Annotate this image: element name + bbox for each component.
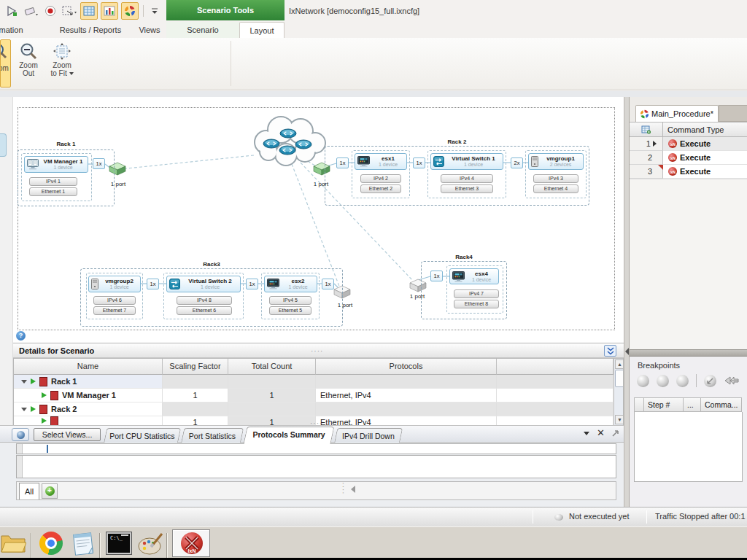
tab-protocols-summary[interactable]: Protocols Summary — [243, 427, 334, 444]
procedure-tab[interactable]: Main_Procedure* — [635, 105, 719, 122]
protocol-button-ipv4-6[interactable]: IPv4 6 — [93, 296, 136, 305]
command-row-3[interactable]: IxN Execute — [663, 165, 747, 179]
protocol-button-ipv4-7[interactable]: IPv4 7 — [454, 289, 499, 298]
close-stats-icon[interactable]: ✕ — [597, 427, 605, 438]
expander-icon[interactable] — [21, 380, 27, 384]
sheet-scroll-left-icon[interactable] — [351, 486, 355, 493]
tab-views[interactable]: Views — [133, 22, 166, 38]
node-virtual-switch2[interactable]: Virtual Switch 21 device — [166, 276, 241, 292]
multiplier-rack3-c[interactable]: 1x — [322, 279, 334, 289]
protocol-button-ethernet-1[interactable]: Ethernet 1 — [29, 187, 77, 196]
record-icon[interactable] — [42, 3, 58, 19]
protocol-button-ethernet-6[interactable]: Ethernet 6 — [177, 306, 232, 315]
node-vmgroup2[interactable]: vmgroup21 device — [88, 276, 141, 292]
taskbar-explorer-button[interactable] — [0, 530, 26, 558]
table-row-rack2[interactable]: Rack 2 — [14, 402, 614, 416]
scenario-canvas[interactable]: Rack 1 VM Manager 11 device IPv4 1 Ether… — [13, 97, 624, 343]
bp-col-command[interactable]: Comma... — [701, 397, 742, 412]
protocol-button-ipv4-1[interactable]: IPv4 1 — [29, 177, 77, 186]
protocol-button-ipv4-2[interactable]: IPv4 2 — [360, 174, 401, 183]
node-vmgroup1[interactable]: vmgroup12 devices — [528, 153, 584, 170]
protocol-button-ipv4-3[interactable]: IPv4 3 — [533, 174, 578, 183]
scroll-down-icon[interactable]: ▼ — [615, 415, 624, 424]
protocol-button-ethernet-8[interactable]: Ethernet 8 — [454, 300, 499, 308]
command-grid-empty-area[interactable] — [630, 179, 747, 349]
bp-col-step[interactable]: Step # — [644, 397, 684, 412]
zoom-button[interactable]: Zoom — [0, 39, 11, 88]
command-type-header[interactable]: Command Type — [663, 122, 747, 137]
tab-port-cpu-statistics[interactable]: Port CPU Statistics — [104, 428, 182, 444]
protocol-button-ethernet-5[interactable]: Ethernet 5 — [269, 306, 311, 315]
multiplier-rack4[interactable]: 1x — [430, 271, 443, 281]
protocol-button-ethernet-4[interactable]: Ethernet 4 — [533, 184, 578, 193]
node-vm-manager1[interactable]: VM Manager 11 device — [24, 156, 88, 173]
protocol-button-ipv4-8[interactable]: IPv4 8 — [177, 296, 232, 305]
details-table[interactable]: Name Scaling Factor Total Count Protocol… — [13, 358, 624, 425]
node-esx4[interactable]: esx41 device — [449, 268, 499, 284]
popout-stats-icon[interactable] — [611, 427, 621, 440]
sheet-tab-all[interactable]: All — [19, 483, 39, 499]
disable-breakpoint-icon[interactable] — [657, 375, 669, 387]
select-views-button[interactable]: Select Views... — [34, 428, 101, 441]
taskbar-chrome-button[interactable] — [39, 532, 63, 555]
multiplier-rack3-b[interactable]: 1x — [246, 279, 258, 289]
tab-scenario[interactable]: Scenario — [175, 22, 231, 38]
protocol-button-ethernet-7[interactable]: Ethernet 7 — [93, 306, 136, 315]
tab-automation[interactable]: mation — [0, 22, 26, 38]
taskbar-paint-button[interactable] — [137, 532, 165, 559]
taskbar-notepad-button[interactable] — [70, 531, 96, 560]
chart-view-icon[interactable] — [101, 2, 118, 20]
col-header-scaling-factor[interactable]: Scaling Factor — [163, 359, 228, 375]
remove-breakpoint-icon[interactable] — [704, 375, 716, 387]
col-header-name[interactable]: Name — [14, 359, 163, 375]
stats-globe-button[interactable] — [12, 428, 29, 441]
stats-grid-body[interactable] — [16, 455, 616, 478]
protocol-button-ipv4-5[interactable]: IPv4 5 — [269, 296, 311, 305]
scrollbar-thumb[interactable] — [615, 370, 624, 387]
grid-view-icon[interactable] — [80, 2, 98, 20]
command-row-header-3[interactable]: 3 — [630, 165, 663, 179]
scroll-up-icon[interactable]: ▲ — [615, 359, 624, 369]
details-splitter-dots[interactable]: ···· — [311, 349, 323, 354]
panel-splitter[interactable] — [630, 349, 747, 357]
stats-grid-header[interactable] — [16, 443, 616, 454]
col-header-total-count[interactable]: Total Count — [228, 359, 316, 375]
tab-results-reports[interactable]: Results / Reports — [45, 22, 136, 38]
zoom-out-button[interactable]: Zoom Out — [15, 39, 42, 88]
node-esx2[interactable]: esx21 device — [264, 276, 317, 292]
run-test-icon[interactable] — [4, 3, 20, 19]
multiplier-rack2-a[interactable]: 1x — [336, 158, 349, 168]
row-scaling-factor[interactable]: 1 — [163, 389, 228, 402]
node-virtual-switch1[interactable]: Virtual Switch 11 device — [430, 153, 503, 170]
taskbar-cmd-button[interactable]: C:\_ — [107, 532, 131, 554]
internet-cloud-icon[interactable] — [255, 117, 325, 166]
sheet-scroll-handle[interactable]: ···· — [340, 482, 346, 494]
multiplier-rack2-b[interactable]: 1x — [413, 158, 425, 168]
goto-breakpoint-icon[interactable] — [724, 375, 740, 386]
add-sheet-button[interactable]: + — [42, 483, 58, 499]
command-row-header-1[interactable]: 1 — [630, 137, 663, 151]
command-row-header-2[interactable]: 2 — [630, 151, 663, 165]
table-row-vm-manager1[interactable]: VM Manager 1 1 1 Ethernet, IPv4 — [14, 389, 614, 402]
bp-col-dots[interactable]: ... — [684, 397, 701, 412]
multiplier-rack2-c[interactable]: 2x — [511, 158, 523, 168]
protocol-button-ipv4-4[interactable]: IPv4 4 — [441, 174, 493, 183]
eraser-icon[interactable] — [23, 3, 39, 19]
grid-corner-header[interactable] — [630, 122, 663, 137]
multiplier-rack1[interactable]: 1x — [93, 158, 105, 169]
table-row-rack1[interactable]: Rack 1 — [14, 375, 614, 389]
command-row-1[interactable]: IxN Execute — [663, 137, 747, 151]
tab-port-statistics[interactable]: Port Statistics — [181, 428, 244, 444]
details-scrollbar[interactable]: ▲ ▼ — [614, 359, 624, 425]
multiplier-rack3-a[interactable]: 1x — [147, 279, 159, 289]
toggle-breakpoint-icon[interactable] — [676, 375, 689, 387]
breakpoints-list[interactable] — [634, 412, 743, 482]
node-esx1[interactable]: esx11 device — [355, 153, 407, 170]
protocol-button-ethernet-2[interactable]: Ethernet 2 — [360, 184, 401, 193]
collapsed-panel-tab[interactable] — [0, 133, 7, 157]
help-icon[interactable]: ? — [16, 331, 26, 341]
snapshot-icon[interactable] — [61, 3, 77, 19]
tab-ipv4-drill-down[interactable]: IPv4 Drill Down — [334, 428, 403, 444]
expander-icon[interactable] — [21, 408, 27, 411]
stats-dropdown-icon[interactable] — [584, 432, 589, 435]
